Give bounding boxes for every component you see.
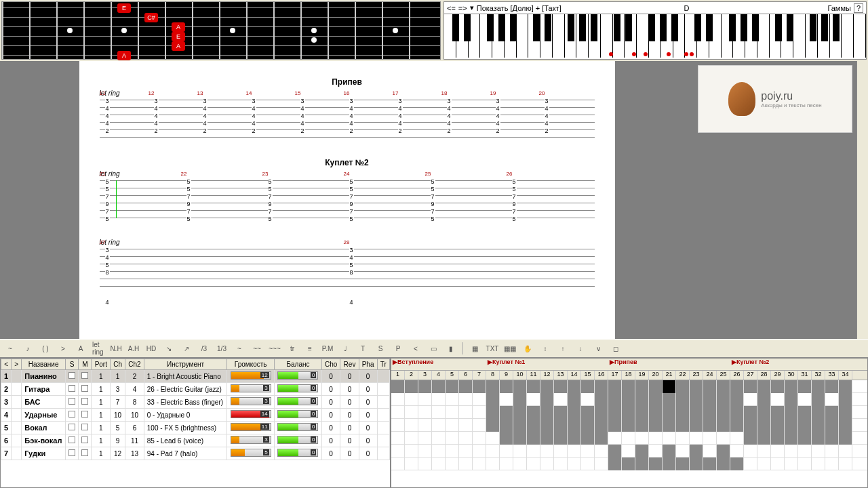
timeline-row[interactable] [391,380,867,393]
piano-scales[interactable]: Гаммы [827,4,851,12]
tool-button[interactable]: A [75,342,87,354]
tool-button[interactable]: ↘ [163,342,175,354]
tool-button[interactable]: ~~~ [269,342,281,354]
fret-note: E [117,3,131,13]
timeline-row[interactable] [391,406,867,419]
piano-nav-back[interactable]: <= [447,4,456,12]
tool-button[interactable]: A.H [127,342,140,354]
tab-paper: Припев let ring 111213141516171819203444… [79,61,615,339]
tool-button[interactable]: ↗ [180,342,193,354]
tool-button[interactable]: S [374,342,387,354]
tool-button[interactable]: ↑ [557,342,569,354]
tool-button[interactable]: ♩ [339,342,351,354]
tool-button[interactable]: ✋ [521,342,534,354]
fret-note: E [172,32,185,41]
tool-button[interactable]: let ring [92,342,104,354]
site-logo[interactable]: poiy.ru Аккорды и тексты песен [698,65,852,133]
tab-system-2: 2122232425265579755579755579755579755579… [100,180,595,218]
track-row[interactable]: 7Гудки1121394 - Pad 7 (halo)50000 [1,447,390,460]
tool-button[interactable]: ~~ [251,342,263,354]
tool-button[interactable]: < [410,342,422,354]
piano-nav-fwd[interactable]: => [458,4,467,12]
timeline-marker[interactable]: ▶Вступление [393,359,433,365]
tool-button[interactable]: ∨ [592,342,604,354]
notation-toolbar: ~♪( )>Alet ringN.HA.HHD↘↗/31/3~~~~~~tr≡P… [0,339,868,358]
tool-button[interactable]: ▦▦ [504,342,516,354]
vertical-scrollbar[interactable] [856,61,868,339]
fret-note: A [172,41,185,51]
tool-button[interactable]: ◻ [610,342,622,354]
piano-panel: <= => ▾ Показать [Долю] + [Такт] D Гаммы… [443,1,867,60]
timeline-marker[interactable]: ▶Припев [610,359,637,365]
tool-button[interactable]: N.H [110,342,122,354]
tool-button[interactable]: ~ [233,342,245,354]
timeline-row[interactable] [391,393,867,406]
tool-button[interactable]: ♪ [22,342,34,354]
tool-button[interactable]: /3 [198,342,210,354]
tool-button[interactable]: ( ) [39,342,52,354]
tool-button[interactable]: ↓ [574,342,587,354]
guitar-fretboard[interactable]: EC#AEAA [1,1,441,60]
track-row[interactable]: 5Вокал156100 - FX 5 (brightness)110000 [1,422,390,434]
fret-note: A [172,22,185,32]
tool-button[interactable]: ▮ [445,342,457,354]
tool-button[interactable]: T [357,342,369,354]
track-row[interactable]: 1Пианино1121 - Bright Acoustic Piano1200… [1,370,390,383]
tool-button[interactable]: P.M [321,342,334,354]
tool-button[interactable]: P [392,342,404,354]
logo-title: poiy.ru [761,90,821,102]
tool-button[interactable]: 1/3 [216,342,228,354]
section-verse2: Куплет №2 [100,158,595,167]
tab-system-1: 1112131415161718192034442344423444234442… [100,100,595,138]
timeline-marker[interactable]: ▶Куплет №1 [488,359,525,365]
track-list[interactable]: <>НазваниеSMPortChCh2ИнструментГромкость… [0,358,391,488]
logo-subtitle: Аккорды и тексты песен [761,102,821,108]
track-row[interactable]: 4Ударные110100 - Ударные 0140000 [1,409,390,422]
track-row[interactable]: 6Бэк-вокал191185 - Lead 6 (voice)30000 [1,434,390,447]
tab-viewport[interactable]: Припев let ring 111213141516171819203444… [0,61,694,339]
tool-button[interactable]: HD [145,342,157,354]
timeline[interactable]: ▶Вступление▶Куплет №1▶Припев▶Куплет №212… [391,358,868,488]
timeline-row[interactable] [391,432,867,445]
piano-key: D [684,4,689,12]
section-chorus: Припев [100,77,595,87]
guitar-icon [728,82,755,116]
timeline-row[interactable] [391,445,867,458]
help-icon[interactable]: ? [854,3,863,13]
tool-button[interactable]: ▦ [469,342,481,354]
tool-button[interactable]: ≡ [304,342,316,354]
timeline-row[interactable] [391,458,867,470]
track-row[interactable]: 2Гитара13426 - Electric Guitar (jazz)300… [1,383,390,396]
piano-show-label[interactable]: Показать [Долю] + [Такт] [477,4,561,12]
timeline-row[interactable] [391,419,867,432]
track-row[interactable]: 3БАС17833 - Electric Bass (finger)30000 [1,396,390,409]
tool-button[interactable]: tr [286,342,298,354]
tool-button[interactable]: TXT [486,342,498,354]
piano-keyboard[interactable] [444,14,866,58]
sidebar: poiy.ru Аккорды и тексты песен [694,61,856,339]
timeline-marker[interactable]: ▶Куплет №2 [732,359,769,365]
tool-button[interactable]: ~ [4,342,16,354]
tool-button[interactable]: ↕ [539,342,551,354]
fret-note: C# [144,13,158,22]
tab-system-3: 27283458434584 [100,249,595,287]
tool-button[interactable]: ▭ [427,342,439,354]
fret-note: A [117,51,131,60]
tool-button[interactable]: > [57,342,69,354]
